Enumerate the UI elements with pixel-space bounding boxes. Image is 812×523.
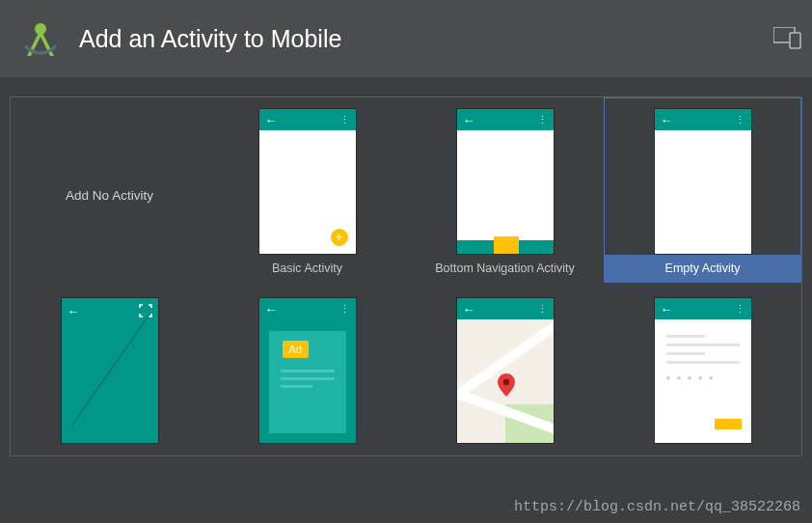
back-arrow-icon: ← <box>265 113 278 127</box>
ad-badge: Ad <box>283 341 309 358</box>
device-form-factor-icon <box>773 27 802 50</box>
template-basic-activity[interactable]: ← ⋮ + Basic Activity <box>208 97 406 283</box>
android-studio-logo-icon <box>19 17 62 60</box>
submit-button-icon <box>715 419 742 429</box>
back-arrow-icon: ← <box>661 302 673 317</box>
overflow-menu-icon: ⋮ <box>735 118 745 122</box>
back-arrow-icon: ← <box>463 113 475 127</box>
watermark-text: https://blog.csdn.net/qq_38522268 <box>514 499 800 515</box>
template-fullscreen-activity[interactable]: ← <box>11 287 208 455</box>
template-thumbnail: ← ⋮ <box>456 108 555 255</box>
template-thumbnail: ← ⋮ + <box>258 108 357 255</box>
svg-rect-2 <box>790 33 800 48</box>
template-empty-activity[interactable]: ← ⋮ Empty Activity <box>604 97 801 283</box>
template-gallery: Add No Activity ← ⋮ + Basic Activity ← ⋮ <box>0 77 812 466</box>
back-arrow-icon: ← <box>463 302 475 317</box>
diagonal-line-icon <box>70 316 149 427</box>
fab-icon: + <box>331 229 348 246</box>
template-thumbnail: ← ⋮ <box>654 108 752 255</box>
back-arrow-icon: ← <box>68 304 80 318</box>
map-preview-icon <box>457 319 554 443</box>
wizard-header: Add an Activity to Mobile <box>0 0 812 77</box>
template-label: Add No Activity <box>66 188 153 203</box>
fullscreen-icon <box>139 304 152 318</box>
bottom-nav-selected-icon <box>494 236 519 254</box>
template-label: Empty Activity <box>605 255 800 282</box>
template-grid: Add No Activity ← ⋮ + Basic Activity ← ⋮ <box>10 96 802 456</box>
wizard-title: Add an Activity to Mobile <box>79 25 341 53</box>
back-arrow-icon: ← <box>265 302 278 317</box>
svg-point-3 <box>502 379 508 385</box>
overflow-menu-icon: ⋮ <box>735 307 745 311</box>
template-admob-ads-activity[interactable]: ← ⋮ Ad <box>208 287 406 455</box>
ad-card-icon: Ad <box>269 331 346 433</box>
overflow-menu-icon: ⋮ <box>339 118 350 122</box>
template-google-maps-activity[interactable]: ← ⋮ <box>406 287 604 455</box>
password-dots-icon: ● ● ● ● ● <box>666 373 740 382</box>
map-pin-icon <box>498 373 515 397</box>
template-label: Basic Activity <box>209 255 405 282</box>
template-thumbnail: ← ⋮ Ad <box>258 297 357 444</box>
template-label: Bottom Navigation Activity <box>407 255 603 282</box>
overflow-menu-icon: ⋮ <box>537 307 548 311</box>
template-bottom-navigation-activity[interactable]: ← ⋮ Bottom Navigation Activity <box>406 97 604 283</box>
overflow-menu-icon: ⋮ <box>537 118 548 122</box>
template-thumbnail: ← ⋮ ● ● ● ● ● <box>654 297 752 444</box>
template-add-no-activity[interactable]: Add No Activity <box>11 97 208 283</box>
back-arrow-icon: ← <box>661 113 673 127</box>
template-thumbnail: ← ⋮ <box>456 297 555 444</box>
template-login-activity[interactable]: ← ⋮ ● ● ● ● ● <box>604 287 801 455</box>
overflow-menu-icon: ⋮ <box>339 307 350 311</box>
template-thumbnail: ← <box>61 297 159 444</box>
